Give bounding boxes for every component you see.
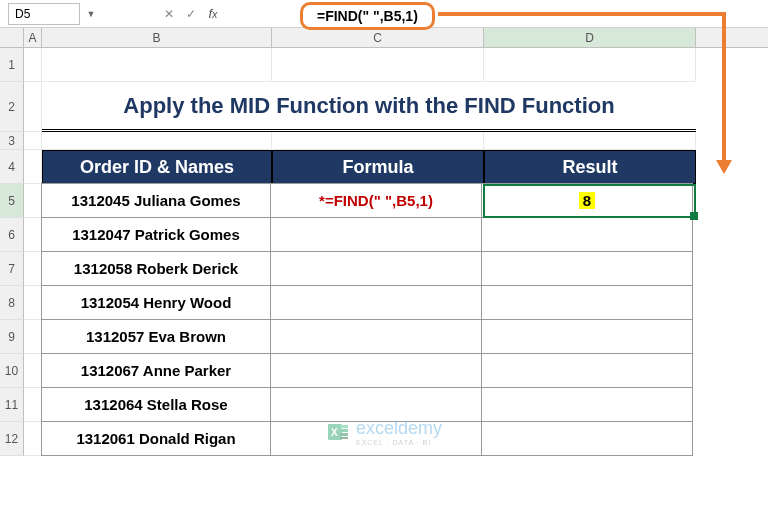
name-box-value: D5 — [15, 7, 30, 21]
cell-A10[interactable] — [24, 354, 42, 388]
fx-icon[interactable]: fx — [202, 3, 224, 25]
cell-C1[interactable] — [272, 48, 484, 82]
cell-D7[interactable] — [481, 251, 693, 286]
col-header-D[interactable]: D — [484, 28, 696, 47]
excel-icon: X — [326, 420, 350, 444]
row-header-1[interactable]: 1 — [0, 48, 24, 82]
cell-A8[interactable] — [24, 286, 42, 320]
name-box[interactable]: D5 — [8, 3, 80, 25]
select-all-corner[interactable] — [0, 28, 24, 47]
cell-A6[interactable] — [24, 218, 42, 252]
row-headers: 1 2 3 4 5 6 7 8 9 10 11 12 — [0, 48, 24, 456]
cell-B3[interactable] — [42, 132, 272, 150]
col-header-B[interactable]: B — [42, 28, 272, 47]
spreadsheet-grid: A B C D 1 2 3 4 5 6 7 8 9 10 11 12 Apply… — [0, 28, 768, 456]
callout-arrow — [438, 12, 726, 16]
cell-B12[interactable]: 1312061 Donald Rigan — [41, 421, 271, 456]
col-header-C[interactable]: C — [272, 28, 484, 47]
cell-C11[interactable] — [270, 387, 482, 422]
header-result[interactable]: Result — [484, 150, 696, 184]
cell-B11[interactable]: 1312064 Stella Rose — [41, 387, 271, 422]
row-header-7[interactable]: 7 — [0, 252, 24, 286]
watermark: X exceldemy EXCEL · DATA · BI — [326, 418, 442, 446]
watermark-tag: EXCEL · DATA · BI — [356, 439, 442, 446]
cell-A5[interactable] — [24, 184, 42, 218]
header-order-id-names[interactable]: Order ID & Names — [42, 150, 272, 184]
cell-B9[interactable]: 1312057 Eva Brown — [41, 319, 271, 354]
row-header-8[interactable]: 8 — [0, 286, 24, 320]
row-header-9[interactable]: 9 — [0, 320, 24, 354]
cell-D8[interactable] — [481, 285, 693, 320]
confirm-icon[interactable]: ✓ — [180, 3, 202, 25]
name-box-dropdown-icon[interactable]: ▼ — [84, 9, 98, 19]
cell-C9[interactable] — [270, 319, 482, 354]
result-highlight: 8 — [579, 192, 595, 209]
cell-B1[interactable] — [42, 48, 272, 82]
svg-rect-3 — [340, 433, 348, 436]
svg-text:X: X — [331, 427, 338, 438]
row-header-2[interactable]: 2 — [0, 82, 24, 132]
cell-B8[interactable]: 1312054 Henry Wood — [41, 285, 271, 320]
svg-rect-2 — [340, 429, 348, 432]
cancel-icon[interactable]: ✕ — [158, 3, 180, 25]
cell-C6[interactable] — [270, 217, 482, 252]
watermark-brand: exceldemy — [356, 418, 442, 439]
cell-A9[interactable] — [24, 320, 42, 354]
row-header-3[interactable]: 3 — [0, 132, 24, 150]
cell-A4[interactable] — [24, 150, 42, 184]
row-header-6[interactable]: 6 — [0, 218, 24, 252]
cell-C8[interactable] — [270, 285, 482, 320]
header-formula[interactable]: Formula — [272, 150, 484, 184]
row-header-11[interactable]: 11 — [0, 388, 24, 422]
cell-D12[interactable] — [481, 421, 693, 456]
cell-A11[interactable] — [24, 388, 42, 422]
cell-B5[interactable]: 1312045 Juliana Gomes — [41, 183, 271, 218]
cell-A3[interactable] — [24, 132, 42, 150]
row-header-10[interactable]: 10 — [0, 354, 24, 388]
row-header-12[interactable]: 12 — [0, 422, 24, 456]
column-headers: A B C D — [0, 28, 768, 48]
cell-A12[interactable] — [24, 422, 42, 456]
cell-C3[interactable] — [272, 132, 484, 150]
cell-B6[interactable]: 1312047 Patrick Gomes — [41, 217, 271, 252]
col-header-A[interactable]: A — [24, 28, 42, 47]
callout-arrow-head-icon — [716, 160, 732, 174]
row-header-4[interactable]: 4 — [0, 150, 24, 184]
cell-D10[interactable] — [481, 353, 693, 388]
cell-D11[interactable] — [481, 387, 693, 422]
cell-D1[interactable] — [484, 48, 696, 82]
cell-B7[interactable]: 1312058 Roberk Derick — [41, 251, 271, 286]
cell-D3[interactable] — [484, 132, 696, 150]
svg-rect-1 — [340, 425, 348, 428]
svg-rect-4 — [340, 437, 348, 439]
cells-area: Apply the MID Function with the FIND Fun… — [24, 48, 696, 456]
cell-C10[interactable] — [270, 353, 482, 388]
callout-arrow — [722, 12, 726, 162]
cell-D5[interactable]: 8 — [481, 183, 693, 218]
cell-A1[interactable] — [24, 48, 42, 82]
cell-D9[interactable] — [481, 319, 693, 354]
title-merged-cell[interactable]: Apply the MID Function with the FIND Fun… — [42, 82, 696, 132]
formula-input-highlight[interactable]: =FIND(" ",B5,1) — [300, 2, 435, 30]
cell-C7[interactable] — [270, 251, 482, 286]
cell-C5[interactable]: *=FIND(" ",B5,1) — [270, 183, 482, 218]
cell-A7[interactable] — [24, 252, 42, 286]
row-header-5[interactable]: 5 — [0, 184, 24, 218]
cell-D6[interactable] — [481, 217, 693, 252]
cell-A2[interactable] — [24, 82, 42, 132]
cell-B10[interactable]: 1312067 Anne Parker — [41, 353, 271, 388]
